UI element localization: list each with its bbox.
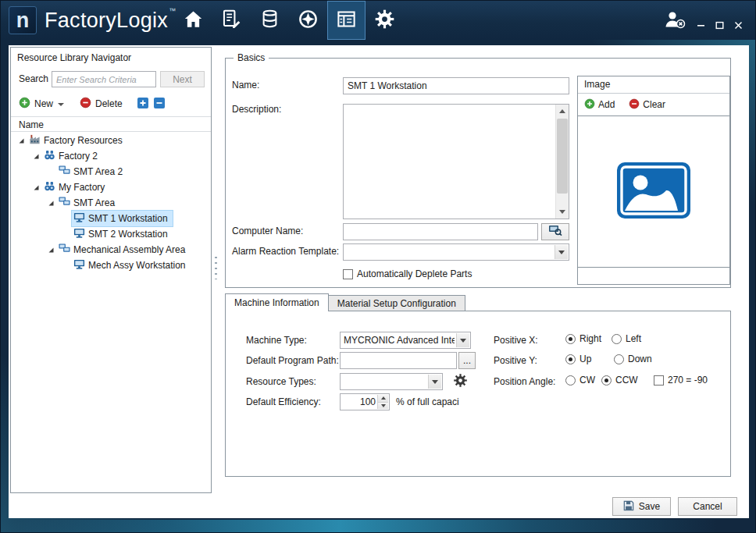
- area-icon: [59, 243, 70, 257]
- resource-types-select[interactable]: [340, 373, 443, 390]
- scrollbar[interactable]: [555, 105, 569, 219]
- browse-network-button[interactable]: [541, 223, 569, 240]
- tree-item-smt-2-workstation[interactable]: SMT 2 Workstation: [11, 226, 211, 242]
- position-angle-ccw-option[interactable]: CCW: [601, 375, 638, 386]
- tree-item-mechanical-assembly-area[interactable]: Mechanical Assembly Area: [11, 242, 211, 258]
- new-dropdown-icon[interactable]: [58, 103, 64, 106]
- delete-icon: [80, 97, 91, 111]
- radio-up[interactable]: [565, 354, 576, 364]
- cancel-button[interactable]: Cancel: [678, 497, 737, 516]
- program-path-input[interactable]: [340, 352, 457, 369]
- description-textarea[interactable]: [343, 104, 569, 219]
- tree-toolbar: New Delete: [11, 94, 211, 113]
- scroll-down-icon[interactable]: [556, 205, 569, 219]
- nav-database-button[interactable]: [251, 1, 289, 40]
- tree-item-mech-assy-workstation[interactable]: Mech Assy Workstation: [11, 258, 211, 273]
- panel-splitter[interactable]: [213, 47, 218, 493]
- positive-x-left-option[interactable]: Left: [612, 333, 641, 344]
- tree-item-factory-2[interactable]: Factory 2: [11, 148, 211, 164]
- expander-icon[interactable]: [45, 247, 57, 254]
- delete-button[interactable]: Delete: [95, 98, 123, 109]
- deplete-parts-label: Automatically Deplete Parts: [357, 268, 472, 279]
- search-next-button[interactable]: Next: [160, 71, 205, 87]
- deplete-parts-checkbox[interactable]: [343, 269, 353, 279]
- nav-dispatch-button[interactable]: [289, 1, 327, 40]
- expander-icon[interactable]: [30, 184, 42, 191]
- tree-item-factory-resources[interactable]: Factory Resources: [11, 133, 211, 148]
- positive-y-label: Positive Y:: [494, 355, 537, 366]
- scroll-thumb[interactable]: [557, 119, 568, 194]
- efficiency-suffix: % of full capaci: [396, 396, 459, 407]
- expand-all-button[interactable]: [137, 97, 149, 112]
- clear-image-button[interactable]: Clear: [643, 99, 665, 110]
- tree-item-smt-area[interactable]: SMT Area: [11, 195, 211, 211]
- save-button[interactable]: Save: [612, 497, 671, 516]
- chevron-down-icon[interactable]: [555, 245, 568, 259]
- spin-up-icon[interactable]: [377, 395, 388, 402]
- panel-title: Resource Library Navigator: [17, 52, 131, 63]
- add-image-button[interactable]: Add: [598, 99, 615, 110]
- window-controls: [695, 20, 744, 31]
- nav-home-button[interactable]: [174, 1, 212, 40]
- name-input[interactable]: [343, 77, 569, 94]
- expander-icon[interactable]: [30, 153, 42, 160]
- detail-tabs: Machine Information Material Setup Confi…: [225, 293, 465, 311]
- chevron-down-icon[interactable]: [456, 333, 469, 347]
- save-icon: [623, 500, 634, 513]
- machine-type-select[interactable]: MYCRONIC Advanced Inte: [340, 332, 471, 349]
- configure-gear-icon[interactable]: [453, 373, 468, 391]
- collapse-all-button[interactable]: [153, 97, 166, 112]
- tree-item-smt-area-2[interactable]: SMT Area 2: [11, 164, 211, 179]
- radio-ccw[interactable]: [601, 375, 612, 386]
- alarm-template-select[interactable]: [343, 243, 569, 261]
- browse-path-button[interactable]: ...: [458, 352, 476, 369]
- efficiency-stepper[interactable]: 100: [340, 393, 390, 410]
- positive-x-label: Positive X:: [494, 335, 538, 346]
- program-path-label: Default Program Path:: [246, 355, 339, 366]
- app-title: FactoryLogix™: [45, 7, 176, 33]
- machine-information-panel: Machine Type: MYCRONIC Advanced Inte Pos…: [225, 311, 731, 477]
- user-status-offline-icon[interactable]: [663, 9, 686, 34]
- deplete-parts-option[interactable]: Automatically Deplete Parts: [343, 268, 472, 279]
- radio-down[interactable]: [614, 354, 624, 364]
- database-icon: [259, 9, 280, 33]
- chevron-down-icon[interactable]: [428, 375, 441, 389]
- main-nav: [174, 1, 404, 40]
- nav-settings-button[interactable]: [366, 1, 404, 40]
- minimize-button[interactable]: [695, 20, 707, 31]
- app-logo: n: [9, 6, 37, 34]
- expander-icon[interactable]: [16, 137, 27, 144]
- nav-reports-button[interactable]: [327, 1, 366, 40]
- close-button[interactable]: [733, 20, 744, 31]
- maximize-button[interactable]: [714, 20, 726, 31]
- expander-icon[interactable]: [45, 200, 57, 207]
- position-angle-cw-option[interactable]: CW: [565, 375, 595, 386]
- nav-work-order-button[interactable]: [212, 1, 251, 40]
- computer-name-label: Computer Name:: [232, 226, 303, 236]
- new-button[interactable]: New: [34, 98, 53, 109]
- position-angle-label: Position Angle:: [494, 376, 555, 387]
- positive-x-right-option[interactable]: Right: [565, 333, 601, 344]
- tree-item-my-factory[interactable]: My Factory: [11, 179, 211, 195]
- logo-letter: n: [16, 9, 30, 33]
- positive-y-down-option[interactable]: Down: [614, 354, 652, 364]
- angle-note-checkbox[interactable]: [654, 375, 664, 386]
- tab-machine-information[interactable]: Machine Information: [225, 293, 329, 311]
- angle-note-option[interactable]: 270 = -90: [654, 375, 708, 386]
- tree-item-smt-1-workstation[interactable]: SMT 1 Workstation: [11, 211, 211, 226]
- computer-name-input[interactable]: [343, 223, 538, 240]
- radio-left[interactable]: [612, 334, 622, 344]
- spin-down-icon[interactable]: [377, 402, 388, 410]
- tab-material-setup-configuration[interactable]: Material Setup Configuration: [329, 295, 465, 311]
- scroll-up-icon[interactable]: [556, 105, 569, 118]
- reports-icon: [336, 9, 357, 33]
- search-input[interactable]: [52, 71, 156, 87]
- radio-cw[interactable]: [565, 375, 576, 386]
- tree-column-header[interactable]: Name: [11, 116, 211, 132]
- radio-right[interactable]: [565, 334, 576, 344]
- app-window: n FactoryLogix™: [0, 0, 756, 533]
- image-preview-area[interactable]: [578, 115, 729, 268]
- clear-image-icon: [629, 98, 640, 112]
- resource-library-panel: Resource Library Navigator Search Next N…: [10, 47, 212, 493]
- positive-y-up-option[interactable]: Up: [565, 354, 591, 364]
